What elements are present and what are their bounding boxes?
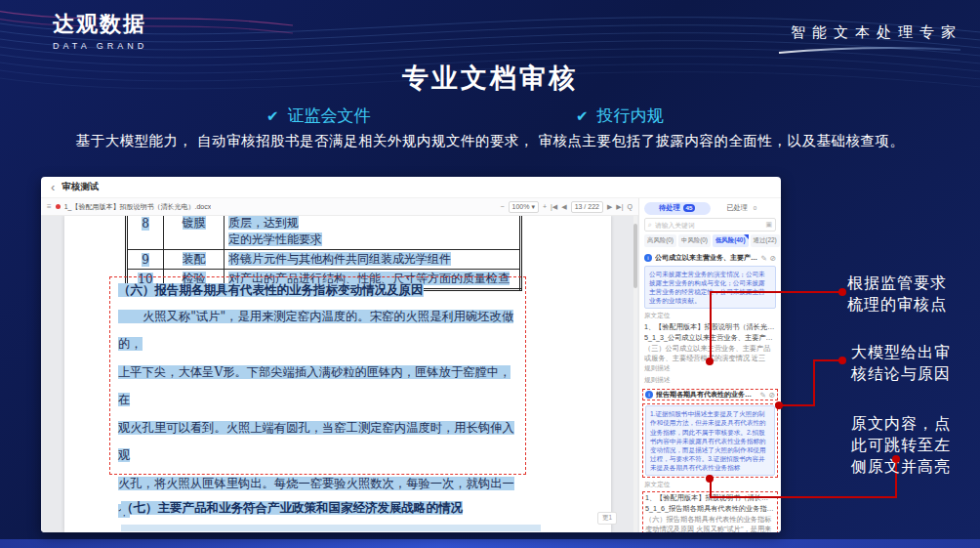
connector-dot [892,455,900,463]
filter-mid-risk[interactable]: 中风险(0) [678,234,711,247]
rule-label: 规则描述 [644,376,776,385]
check-icon: ✔ [266,107,279,124]
filter-icon[interactable]: ▣ [765,221,772,229]
connector-dot [775,401,783,409]
brand-logo-cn: 达观数据 [53,10,147,39]
card2-anchor-link[interactable]: 5_1_6_报告期各期具有代表性的业务指标变动情况及原因 [645,504,775,514]
tab-pending[interactable]: 待处理 45 [644,202,711,215]
document-page: 8 镀膜 在镜片光学表面通过物理或化学的方法沉积若干光学物质层，达到规 定的光学… [64,216,611,532]
review-card-header[interactable]: i 公司成立以来主营业务、主要产品或服务、主要… ✎ ⊘ [644,252,776,264]
slide-description: 基于大模型能力， 自动审核招股书是否满足相关外规内规文件的要求， 审核点主要包括… [0,132,980,150]
app-title: 审核测试 [61,181,99,193]
cell-name: 镀膜 [183,216,206,230]
annotation-source-jump: 原文内容，点 此可跳转至左 侧原文并高亮 [851,413,951,478]
risk-filters: 高风险(0) 中风险(0) 低风险(40) 通过(22) [644,234,776,247]
back-button[interactable]: ‹ [51,181,55,193]
annotation-ai-conclusion: 大模型给出审 核结论与原因 [851,342,951,385]
panel-tabs: 待处理 45 已处理 0 [644,201,776,215]
tab-done-label: 已处理 [726,203,748,213]
edit-icon[interactable]: ✎ [760,254,766,263]
connector-line [813,359,815,406]
card2-excerpt[interactable]: （六）报告期各期具有代表性的业务指标变动情况及原因 火照又称"试片"，是用来测定… [645,515,775,532]
bullet-csrc: ✔证监会文件 [266,105,371,127]
section7-heading: （七）主要产品和业务符合产业政策和国家经济发展战略的情况 [121,498,463,518]
paragraph-line: 观火孔里可以看到。火照上端有圆孔，当窑工测定窑内温度时，用长钩伸入观 [118,421,514,463]
connector-dot [706,475,714,483]
filter-passed[interactable]: 通过(22) [751,234,780,247]
section6-title: （六）报告期各期具有代表性的业务指标变动情况及原因 [118,283,424,297]
clipped-text-line [121,525,541,531]
search-icon[interactable]: Q [628,203,633,210]
highlighted-section-box: （六）报告期各期具有代表性的业务指标变动情况及原因 火照又称"试片"，是用来测定… [109,276,526,475]
review-card-header-annotated[interactable]: i 报告期各期具有代表性的业务指标变动情况及原因 ✎ ⊘ [642,389,778,400]
filter-high-risk[interactable]: 高风险(0) [644,234,676,247]
bullet-internal-label: 投行内规 [597,106,664,125]
brand-tagline-text: 智能文本处理专家 [777,23,962,42]
tab-pending-badge: 45 [683,204,696,212]
tab-done[interactable]: 已处理 0 [711,202,777,215]
card1-title: 公司成立以来主营业务、主要产品或服务、主要… [655,253,757,263]
app-header: ‹ 审核测试 [41,177,781,198]
check-icon: ✔ [576,107,589,124]
table-row: 9 装配 将镜片元件与其他构件共同组装成光学组件 [127,250,521,270]
bullet-csrc-label: 证监会文件 [288,106,371,125]
card2-title: 报告期各期具有代表性的业务指标变动情况及原因 [656,390,756,400]
search-icon: ⌕ [648,221,652,229]
connector-line [710,291,842,293]
cell-no: 9 [142,253,149,267]
file-tab[interactable]: 1_【验配用版本】招股说明书（清长光电）.docx [64,202,212,212]
filter-low-risk-label: 低风险(40) [715,236,746,243]
paragraph-line: 上平下尖，大体呈V形。下部尖端插入满砂粒的匣钵内，匣钵放于窑膛中，在 [118,365,510,407]
selected-corner-icon [744,234,749,239]
tab-done-badge: 0 [751,204,759,212]
connector-line [710,291,712,361]
zoom-select[interactable]: 100% ▾ [509,201,539,213]
document-scrollbar[interactable] [633,216,637,532]
connector-line [710,496,897,498]
prev-page-button[interactable]: ◀ [561,203,566,211]
review-app-window: ‹ 审核测试 ≡ 1_【验配用版本】招股说明书（清长光电）.docx − 100… [41,177,781,532]
edit-icon[interactable]: ✎ [759,391,765,400]
tagline-underline [777,44,962,56]
slide: 达观数据 DATA GRAND 智能文本处理专家 专业文档审核 ✔证监会文件 ✔… [0,0,980,548]
connector-line [779,404,815,406]
cell-no: 8 [142,217,149,231]
next-page-button[interactable]: ▶ [607,203,612,211]
search-input[interactable] [655,222,762,229]
tab-pending-label: 待处理 [659,203,680,213]
brand-logo: 达观数据 DATA GRAND [53,10,147,51]
section7-title: （七）主要产品和业务符合产业政策和国家经济发展战略的情况 [121,501,463,515]
zoom-in-button[interactable]: + [543,203,547,210]
annotation-review-points: 根据监管要求 梳理的审核点 [847,273,947,316]
table-row: 8 镀膜 在镜片光学表面通过物理或化学的方法沉积若干光学物质层，达到规 定的光学… [127,216,521,250]
cell-name: 装配 [183,252,206,266]
connector-dot [838,357,846,364]
card2-result-box-annotated: 1.证据招股书中描述主要提及了火照的制作和使用方法，但并未提及具有代表性的业务指… [642,403,778,478]
first-page-button[interactable]: |◀ [551,203,557,211]
dismiss-icon[interactable]: ⊘ [769,391,775,400]
document-viewport: 8 镀膜 在镜片光学表面通过物理或化学的方法沉积若干光学物质层，达到规 定的光学… [41,216,638,532]
modified-dot-icon [56,204,61,209]
zoom-level: 100% [512,203,530,210]
brand-logo-en: DATA GRAND [53,41,147,51]
dismiss-icon[interactable]: ⊘ [770,254,776,263]
info-icon: i [645,391,653,399]
cell-desc: 将镜片元件与其他构件共同组装成光学组件 [228,252,451,266]
info-icon: i [644,254,652,262]
brand-tagline: 智能文本处理专家 [777,23,962,60]
bullet-internal: ✔投行内规 [576,105,664,127]
zoom-out-button[interactable]: − [500,203,504,210]
paragraph-line: 火照又称"试片"，是用来测定窑内温度的。宋窑的火照是利用碗坯改做的， [118,310,513,352]
last-page-button[interactable]: ▶| [616,203,623,211]
page-indicator[interactable]: 13 / 222 [571,201,603,213]
bottom-accent-bar [0,539,980,548]
page-badge[interactable]: 更1 [597,512,617,525]
keyword-search: ⌕ ▣ [644,218,776,232]
page-title: 专业文档审核 [0,61,980,96]
rule-label: 规则描述 [644,364,776,373]
filter-low-risk[interactable]: 低风险(40) [713,234,749,247]
connector-dot [706,358,714,365]
document-toolbar: ≡ 1_【验配用版本】招股说明书（清长光电）.docx − 100% ▾ + |… [41,198,638,216]
menu-icon[interactable]: ≡ [47,202,52,211]
scrollbar-thumb[interactable] [633,224,637,288]
